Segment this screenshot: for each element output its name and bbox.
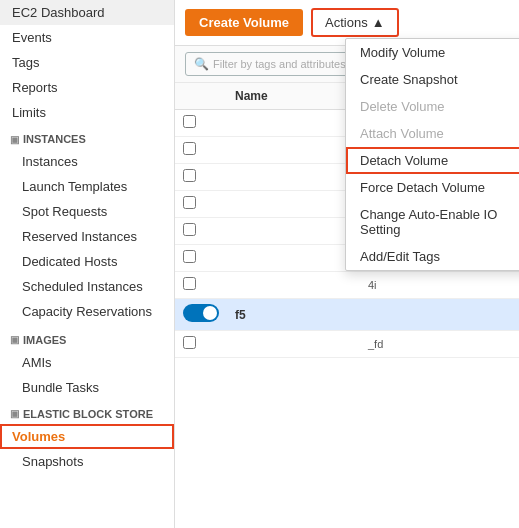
- col-checkbox: [175, 83, 227, 110]
- sidebar-item-limits[interactable]: Limits: [0, 100, 174, 125]
- row-name: [227, 110, 360, 137]
- dropdown-item-modify-volume[interactable]: Modify Volume: [346, 39, 519, 66]
- sidebar-item-tags[interactable]: Tags: [0, 50, 174, 75]
- sidebar-item-reserved-instances[interactable]: Reserved Instances: [0, 224, 174, 249]
- sidebar-item-bundle-tasks[interactable]: Bundle Tasks: [0, 375, 174, 400]
- row-name: [227, 218, 360, 245]
- row-checkbox[interactable]: [183, 115, 196, 128]
- row-name: [227, 245, 360, 272]
- actions-dropdown: Modify Volume Create Snapshot Delete Vol…: [345, 38, 519, 271]
- sidebar-item-instances[interactable]: Instances: [0, 149, 174, 174]
- ebs-expand-icon: ▣: [10, 408, 19, 419]
- row-checkbox[interactable]: [183, 223, 196, 236]
- sidebar-item-launch-templates[interactable]: Launch Templates: [0, 174, 174, 199]
- row-name: [227, 272, 360, 299]
- table-row: _fd: [175, 331, 519, 358]
- col-name: Name: [227, 83, 360, 110]
- table-row: f5: [175, 299, 519, 331]
- sidebar-item-snapshots[interactable]: Snapshots: [0, 449, 174, 474]
- main-content: Create Volume Actions ▲ 🔍 Filter by tags…: [175, 0, 519, 528]
- sidebar-section-instances: ▣ INSTANCES: [0, 125, 174, 149]
- row-id: [360, 299, 519, 331]
- instances-expand-icon: ▣: [10, 134, 19, 145]
- row-name: [227, 137, 360, 164]
- row-id: _fd: [360, 331, 519, 358]
- actions-arrow-icon: ▲: [372, 15, 385, 30]
- dropdown-item-attach-volume: Attach Volume: [346, 120, 519, 147]
- row-name: [227, 191, 360, 218]
- row-checkbox[interactable]: [183, 142, 196, 155]
- sidebar-item-reports[interactable]: Reports: [0, 75, 174, 100]
- row-checkbox[interactable]: [183, 277, 196, 290]
- dropdown-item-detach-volume[interactable]: Detach Volume: [346, 147, 519, 174]
- row-name: f5: [227, 299, 360, 331]
- dropdown-item-delete-volume: Delete Volume: [346, 93, 519, 120]
- actions-label: Actions: [325, 15, 368, 30]
- create-volume-button[interactable]: Create Volume: [185, 9, 303, 36]
- search-icon: 🔍: [194, 57, 209, 71]
- row-checkbox[interactable]: [183, 196, 196, 209]
- row-name: [227, 331, 360, 358]
- actions-button[interactable]: Actions ▲: [311, 8, 399, 37]
- toggle-switch[interactable]: [183, 304, 219, 322]
- sidebar-item-dedicated-hosts[interactable]: Dedicated Hosts: [0, 249, 174, 274]
- dropdown-item-change-auto-enable[interactable]: Change Auto-Enable IO Setting: [346, 201, 519, 243]
- sidebar-section-ebs: ▣ ELASTIC BLOCK STORE: [0, 400, 174, 424]
- sidebar-section-images: ▣ IMAGES: [0, 326, 174, 350]
- sidebar-item-volumes[interactable]: Volumes: [0, 424, 174, 449]
- dropdown-item-add-edit-tags[interactable]: Add/Edit Tags: [346, 243, 519, 270]
- row-name: [227, 164, 360, 191]
- sidebar-item-capacity-reservations[interactable]: Capacity Reservations: [0, 299, 174, 326]
- dropdown-item-create-snapshot[interactable]: Create Snapshot: [346, 66, 519, 93]
- sidebar-item-ec2dashboard[interactable]: EC2 Dashboard: [0, 0, 174, 25]
- dropdown-item-force-detach-volume[interactable]: Force Detach Volume: [346, 174, 519, 201]
- row-checkbox[interactable]: [183, 169, 196, 182]
- sidebar-item-spot-requests[interactable]: Spot Requests: [0, 199, 174, 224]
- row-id: 4i: [360, 272, 519, 299]
- images-expand-icon: ▣: [10, 334, 19, 345]
- row-checkbox[interactable]: [183, 336, 196, 349]
- row-checkbox[interactable]: [183, 250, 196, 263]
- table-row: 4i: [175, 272, 519, 299]
- sidebar-item-events[interactable]: Events: [0, 25, 174, 50]
- sidebar-item-scheduled-instances[interactable]: Scheduled Instances: [0, 274, 174, 299]
- sidebar: EC2 Dashboard Events Tags Reports Limits…: [0, 0, 175, 528]
- sidebar-item-amis[interactable]: AMIs: [0, 350, 174, 375]
